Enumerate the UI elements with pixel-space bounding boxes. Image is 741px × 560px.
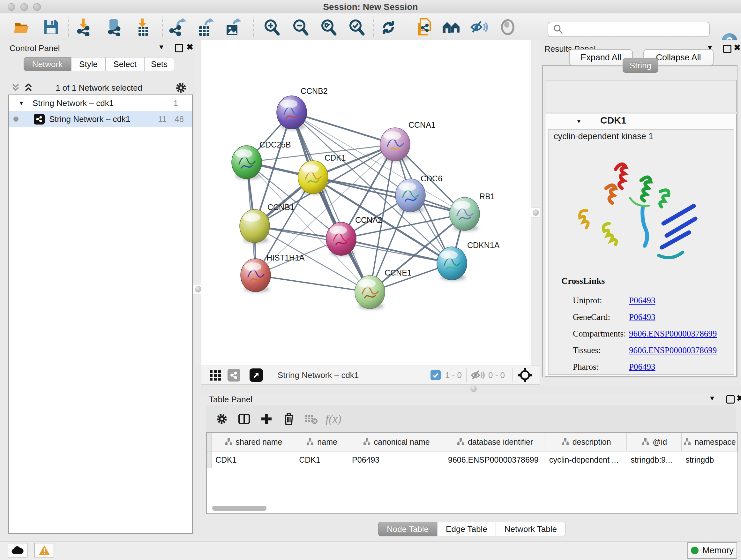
show-columns-button[interactable] xyxy=(233,413,255,425)
column-header-name[interactable]: name xyxy=(295,433,348,451)
table-panel-menu-caret[interactable]: ▾ xyxy=(711,394,714,402)
network-node-cdc25b[interactable] xyxy=(232,145,262,179)
network-node-cdk1[interactable] xyxy=(298,161,328,194)
right-splitter-handle[interactable] xyxy=(531,207,541,218)
function-builder-button[interactable]: f(x) xyxy=(322,412,345,426)
tab-string[interactable]: String xyxy=(623,58,658,73)
save-icon xyxy=(44,19,58,35)
export-image-button[interactable] xyxy=(224,18,243,37)
tab-sets[interactable]: Sets xyxy=(144,57,174,71)
network-canvas[interactable]: CCNB2CCNA1CDC25BCDK1CDC6RB1CCNB1CCNA2CDK… xyxy=(201,40,531,366)
show-hidden-button[interactable] xyxy=(498,18,517,37)
tab-network-table[interactable]: Network Table xyxy=(496,522,565,537)
clone-network-button[interactable] xyxy=(415,18,433,37)
expand-all-icon[interactable] xyxy=(23,83,33,92)
delete-column-button[interactable] xyxy=(278,412,300,426)
network-node-ccnb1[interactable] xyxy=(240,209,270,243)
entry-collapse-caret[interactable]: ▼ xyxy=(576,118,582,125)
delete-table-button[interactable] xyxy=(300,413,322,425)
tab-network[interactable]: Network xyxy=(23,57,71,71)
tab-edge-table[interactable]: Edge Table xyxy=(437,522,496,537)
network-node-cdkn1a[interactable] xyxy=(437,247,467,281)
gray-eye-icon xyxy=(499,19,516,36)
column-header-description[interactable]: description xyxy=(545,433,627,451)
tab-style[interactable]: Style xyxy=(71,57,106,71)
results-panel-float-button[interactable] xyxy=(723,45,731,53)
cloud-status-button[interactable] xyxy=(8,543,27,557)
zoom-selected-button[interactable] xyxy=(347,18,366,37)
memory-button[interactable]: Memory xyxy=(687,542,737,559)
tab-select[interactable]: Select xyxy=(106,57,144,71)
results-panel-close-button[interactable]: ✖ xyxy=(734,43,741,53)
column-header-canonical-name[interactable]: canonical name xyxy=(348,433,444,451)
right-splitter[interactable] xyxy=(530,40,541,366)
network-row-selected[interactable]: String Network – cdk1 11 48 xyxy=(9,111,192,127)
table-panel-close-button[interactable]: ✖ xyxy=(737,393,741,403)
network-svg[interactable]: CCNB2CCNA1CDC25BCDK1CDC6RB1CCNB1CCNA2CDK… xyxy=(201,40,531,366)
zoom-out-button[interactable] xyxy=(291,18,310,37)
hidden-eye-icon xyxy=(471,369,485,381)
save-session-button[interactable] xyxy=(42,18,60,37)
grid-view-icon[interactable] xyxy=(208,368,222,382)
crosslink-value-link[interactable]: P06493 xyxy=(629,296,656,305)
network-node-ccna1[interactable] xyxy=(380,128,410,162)
horizontal-splitter[interactable] xyxy=(201,385,741,394)
table-panel-float-button[interactable] xyxy=(726,395,735,403)
tree-expand-caret[interactable]: ▼ xyxy=(18,100,24,107)
gear-icon[interactable] xyxy=(175,82,187,94)
network-view-icon[interactable] xyxy=(227,369,240,381)
gear-icon xyxy=(215,413,228,425)
node-table[interactable]: shared namenamecanonical namedatabase id… xyxy=(206,432,738,514)
protein-structure-image xyxy=(568,150,705,274)
warning-status-button[interactable] xyxy=(35,543,54,557)
birdseye-view-icon[interactable] xyxy=(250,368,263,382)
zoom-fit-button[interactable] xyxy=(319,18,338,37)
search-input[interactable] xyxy=(567,24,705,35)
tab-node-table[interactable]: Node Table xyxy=(378,522,437,537)
network-node-hist1h1a[interactable] xyxy=(241,259,271,293)
column-header--id[interactable]: @id xyxy=(627,433,682,451)
column-type-icon xyxy=(641,438,650,446)
network-edge[interactable] xyxy=(256,275,370,292)
table-row[interactable]: CDK1CDK1P064939606.ENSP00000378699cyclin… xyxy=(207,451,738,468)
selected-nodes-checkbox[interactable] xyxy=(430,370,441,380)
column-header-database-identifier[interactable]: database identifier xyxy=(444,433,545,451)
control-panel-close-button[interactable]: ✖ xyxy=(186,42,193,52)
column-header-namespace[interactable]: namespace xyxy=(682,433,738,451)
import-table-button[interactable] xyxy=(134,18,152,37)
crosslink-value-link[interactable]: 9606.ENSP00000378699 xyxy=(629,346,717,355)
collapse-all-icon[interactable] xyxy=(11,83,20,92)
network-node-ccne1[interactable] xyxy=(355,275,385,309)
import-network-button[interactable] xyxy=(74,18,93,37)
cell-shared-name: CDK1 xyxy=(212,451,295,468)
left-splitter[interactable] xyxy=(195,40,202,366)
fit-content-crosshair-icon[interactable] xyxy=(517,368,533,383)
zoom-in-button[interactable] xyxy=(262,18,281,37)
control-panel-float-button[interactable] xyxy=(175,44,183,52)
network-edge[interactable] xyxy=(292,112,395,144)
horizontal-splitter-handle[interactable] xyxy=(468,384,479,393)
column-header-shared-name[interactable]: shared name xyxy=(212,433,295,451)
crosslink-value-link[interactable]: P06493 xyxy=(629,362,656,372)
export-network-button[interactable] xyxy=(169,18,187,37)
hide-selected-button[interactable] xyxy=(470,18,488,37)
view-toolbar-separator xyxy=(466,368,467,382)
network-edge[interactable] xyxy=(341,239,452,263)
export-table-button[interactable] xyxy=(197,18,215,37)
network-node-rb1[interactable] xyxy=(450,197,480,231)
horizontal-scrollbar-thumb[interactable] xyxy=(212,506,266,511)
create-column-button[interactable] xyxy=(255,413,278,425)
collection-count: 1 xyxy=(174,98,178,108)
table-settings-button[interactable] xyxy=(211,413,233,425)
import-network-from-database-button[interactable] xyxy=(105,18,123,37)
show-all-networks-button[interactable] xyxy=(442,18,461,37)
edge-count: 48 xyxy=(175,114,184,124)
apply-layout-button[interactable] xyxy=(379,18,398,37)
open-session-button[interactable] xyxy=(12,18,31,37)
crosslink-value-link[interactable]: 9606.ENSP00000378699 xyxy=(629,329,717,338)
row-header-gutter xyxy=(207,433,212,451)
network-collection-row[interactable]: ▼ String Network – cdk1 1 xyxy=(9,95,192,111)
network-node-cdc6[interactable] xyxy=(395,179,425,212)
crosslink-value-link[interactable]: P06493 xyxy=(629,312,656,322)
control-panel-menu-caret[interactable]: ▾ xyxy=(159,43,163,51)
